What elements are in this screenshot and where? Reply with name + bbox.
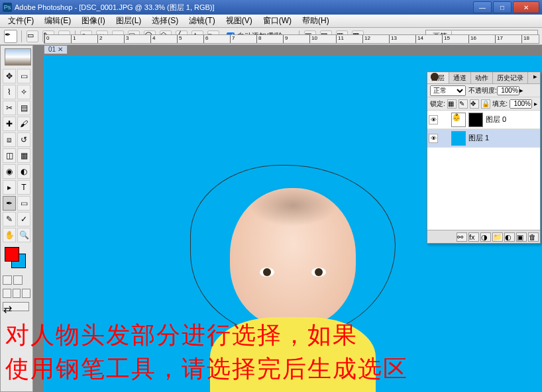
pen-tool[interactable]: ✒ bbox=[3, 196, 16, 211]
shape-tool[interactable]: ▭ bbox=[17, 196, 30, 211]
baby-head bbox=[230, 188, 356, 327]
jump-to-imageready[interactable]: ⇄ bbox=[2, 301, 31, 312]
opacity-flyout-icon[interactable]: ▸ bbox=[519, 86, 523, 95]
lock-pixels-icon[interactable]: ✎ bbox=[459, 99, 468, 109]
menu-file[interactable]: 文件(F) bbox=[3, 15, 39, 26]
close-button[interactable]: ✕ bbox=[513, 1, 539, 13]
menu-window[interactable]: 窗口(W) bbox=[258, 15, 297, 26]
standard-mode[interactable] bbox=[3, 275, 12, 285]
baby-image bbox=[230, 188, 356, 327]
menu-layer[interactable]: 图层(L) bbox=[111, 15, 147, 26]
menu-filter[interactable]: 滤镜(T) bbox=[184, 15, 220, 26]
layer-list: 👁 👶 ◐ 图层 0 👁 图层 1 bbox=[427, 111, 540, 230]
fill-input[interactable] bbox=[510, 99, 532, 109]
quickmask-mode[interactable] bbox=[13, 275, 23, 285]
hand-tool[interactable]: ✋ bbox=[3, 228, 16, 242]
lock-fill-row: 锁定: ▦ ✎ ✥ 🔒 填充: ▸ bbox=[427, 97, 540, 111]
lock-transparent-icon[interactable]: ▦ bbox=[447, 99, 457, 109]
menu-bar: 文件(F) 编辑(E) 图像(I) 图层(L) 选择(S) 滤镜(T) 视图(V… bbox=[0, 15, 542, 28]
crop-tool[interactable]: ✂ bbox=[3, 101, 16, 115]
navigator-thumb[interactable] bbox=[5, 48, 31, 66]
healing-tool[interactable]: ✚ bbox=[3, 117, 16, 131]
fill-label: 填充: bbox=[492, 99, 508, 109]
panel-tabs: 图层 通道 动作 历史记录 ▸ bbox=[427, 72, 540, 84]
baby-eye-right bbox=[311, 268, 326, 277]
history-brush-tool[interactable]: ↺ bbox=[17, 132, 30, 147]
tab-actions[interactable]: 动作 bbox=[471, 72, 493, 83]
lock-label: 锁定: bbox=[430, 99, 445, 109]
menu-edit[interactable]: 编辑(E) bbox=[39, 15, 76, 26]
app-icon: Ps bbox=[3, 3, 12, 12]
fill-flyout-icon[interactable]: ▸ bbox=[534, 100, 537, 107]
path-mode-shape[interactable]: ▭ bbox=[27, 30, 38, 42]
maximize-button[interactable]: □ bbox=[493, 1, 512, 13]
menu-help[interactable]: 帮助(H) bbox=[297, 15, 335, 26]
lasso-tool[interactable]: ⌇ bbox=[3, 85, 16, 99]
adjustment-layer-icon[interactable]: ◐ bbox=[504, 232, 515, 242]
path-select-tool[interactable]: ▸ bbox=[3, 180, 16, 195]
lock-all-icon[interactable]: 🔒 bbox=[481, 99, 490, 109]
layer-name[interactable]: 图层 1 bbox=[468, 133, 489, 143]
dodge-tool[interactable]: ◐ bbox=[17, 164, 30, 179]
new-layer-icon[interactable]: ▣ bbox=[516, 232, 527, 242]
stamp-tool[interactable]: ⧇ bbox=[3, 132, 16, 147]
layers-bottom-bar: ⚯ fx ◑ 📁 ◐ ▣ 🗑 bbox=[427, 230, 540, 243]
lock-position-icon[interactable]: ✥ bbox=[470, 99, 479, 109]
minimize-button[interactable]: — bbox=[473, 1, 492, 13]
slice-tool[interactable]: ▤ bbox=[17, 101, 30, 115]
link-layers-icon[interactable]: ⚯ bbox=[457, 232, 467, 242]
current-tool-icon[interactable]: ✒ bbox=[4, 30, 17, 43]
visibility-icon[interactable]: 👁 bbox=[429, 115, 438, 124]
layers-panel[interactable]: 图层 通道 动作 历史记录 ▸ 正常 不透明度: ▸ 锁定: ▦ ✎ ✥ 🔒 填… bbox=[427, 72, 541, 244]
tab-history[interactable]: 历史记录 bbox=[493, 72, 528, 83]
layer-mask-thumbnail[interactable]: ◐ bbox=[468, 113, 483, 127]
move-tool[interactable]: ✥ bbox=[3, 69, 16, 83]
panel-menu-icon[interactable]: ▸ bbox=[531, 72, 540, 83]
magic-wand-tool[interactable]: ✧ bbox=[17, 85, 30, 99]
screen-standard[interactable] bbox=[3, 289, 11, 298]
window-title: Adobe Photoshop - [DSC_0001.JPG @ 33.3% … bbox=[15, 3, 473, 13]
layer-style-icon[interactable]: fx bbox=[468, 232, 479, 242]
gradient-tool[interactable]: ▦ bbox=[17, 148, 30, 163]
layer-row-0[interactable]: 👁 👶 ◐ 图层 0 bbox=[427, 111, 540, 129]
marquee-tool[interactable]: ▭ bbox=[17, 69, 30, 83]
blend-mode-select[interactable]: 正常 bbox=[430, 85, 466, 96]
opacity-label: 不透明度: bbox=[468, 86, 497, 95]
title-bar: Ps Adobe Photoshop - [DSC_0001.JPG @ 33.… bbox=[0, 0, 542, 15]
screen-full-menu[interactable] bbox=[13, 289, 21, 298]
document-tab[interactable]: 01 ✕ bbox=[44, 45, 68, 54]
foreground-color[interactable] bbox=[5, 247, 19, 262]
blur-tool[interactable]: ◉ bbox=[3, 164, 16, 179]
notes-tool[interactable]: ✎ bbox=[3, 212, 16, 226]
visibility-icon[interactable]: 👁 bbox=[429, 134, 438, 143]
menu-view[interactable]: 视图(V) bbox=[221, 15, 258, 26]
zoom-tool[interactable]: 🔍 bbox=[17, 228, 30, 242]
brush-tool[interactable]: 🖌 bbox=[17, 117, 30, 131]
eyedropper-tool[interactable]: ✓ bbox=[17, 212, 30, 226]
screen-mode-buttons bbox=[2, 288, 31, 299]
opacity-input[interactable] bbox=[497, 86, 519, 95]
color-swatches bbox=[2, 246, 31, 272]
screen-full[interactable] bbox=[22, 289, 30, 298]
layer-name[interactable]: 图层 0 bbox=[486, 115, 506, 124]
new-folder-icon[interactable]: 📁 bbox=[492, 232, 503, 242]
layer-mask-icon[interactable]: ◑ bbox=[480, 232, 491, 242]
menu-select[interactable]: 选择(S) bbox=[146, 15, 184, 26]
horizontal-ruler: 01234567891011121314151617181920212223 bbox=[44, 34, 539, 44]
baby-eye-left bbox=[260, 268, 274, 277]
layer-thumbnail[interactable]: 👶 bbox=[451, 113, 466, 127]
eraser-tool[interactable]: ◫ bbox=[3, 148, 16, 163]
window-buttons: — □ ✕ bbox=[473, 1, 539, 13]
edit-mode-buttons bbox=[2, 275, 31, 285]
delete-layer-icon[interactable]: 🗑 bbox=[528, 232, 539, 242]
tab-channels[interactable]: 通道 bbox=[449, 72, 471, 83]
instruction-overlay: 对人物头发部分进行选择，如果 使用钢笔工具，请选择完后生成选区 bbox=[5, 318, 408, 385]
blend-opacity-row: 正常 不透明度: ▸ bbox=[427, 84, 540, 97]
layer-thumbnail[interactable] bbox=[451, 131, 466, 146]
layer-row-1[interactable]: 👁 图层 1 bbox=[427, 129, 540, 148]
menu-image[interactable]: 图像(I) bbox=[76, 15, 110, 26]
type-tool[interactable]: T bbox=[17, 180, 30, 195]
